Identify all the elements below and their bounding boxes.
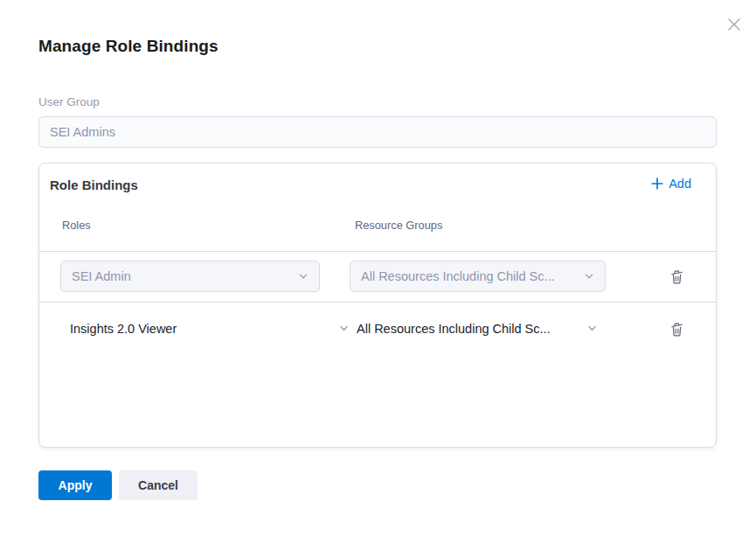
chevron-down-icon xyxy=(584,271,594,282)
chevron-down-icon xyxy=(298,271,309,282)
close-button[interactable] xyxy=(725,16,743,33)
resource-group-select-value: All Resources Including Child Sc... xyxy=(357,322,551,336)
trash-icon xyxy=(669,268,684,285)
delete-row-1-button[interactable] xyxy=(662,262,690,290)
close-icon xyxy=(726,17,742,32)
user-group-label: User Group xyxy=(38,95,100,108)
column-header-resource-groups: Resource Groups xyxy=(355,219,442,232)
user-group-input[interactable] xyxy=(38,116,717,148)
header-divider xyxy=(39,251,716,252)
column-header-roles: Roles xyxy=(62,219,91,232)
plus-icon xyxy=(651,178,663,190)
trash-icon xyxy=(669,321,684,338)
role-select-row-1[interactable]: SEI Admin xyxy=(60,261,320,292)
manage-role-bindings-dialog: Manage Role Bindings User Group Role Bin… xyxy=(0,0,756,543)
dialog-title: Manage Role Bindings xyxy=(38,37,218,56)
role-bindings-heading: Role Bindings xyxy=(50,178,138,192)
apply-button[interactable]: Apply xyxy=(38,470,112,500)
chevron-down-icon xyxy=(338,323,350,334)
resource-group-select-row-1[interactable]: All Resources Including Child Sc... xyxy=(350,261,606,292)
role-bindings-panel: Role Bindings Add Roles Resource Groups … xyxy=(38,163,717,448)
resource-group-select-value: All Resources Including Child Sc... xyxy=(361,269,555,283)
chevron-down-icon xyxy=(586,323,598,334)
role-select-value: SEI Admin xyxy=(72,269,131,283)
resource-group-select-row-2[interactable]: All Resources Including Child Sc... xyxy=(357,302,598,355)
add-label: Add xyxy=(669,177,691,191)
cancel-button[interactable]: Cancel xyxy=(119,470,198,500)
delete-row-2-button[interactable] xyxy=(662,315,690,343)
dialog-footer: Apply Cancel xyxy=(38,470,198,500)
add-role-binding-button[interactable]: Add xyxy=(651,177,691,191)
role-select-row-2[interactable]: Insights 2.0 Viewer xyxy=(70,302,350,355)
role-select-value: Insights 2.0 Viewer xyxy=(70,322,177,336)
